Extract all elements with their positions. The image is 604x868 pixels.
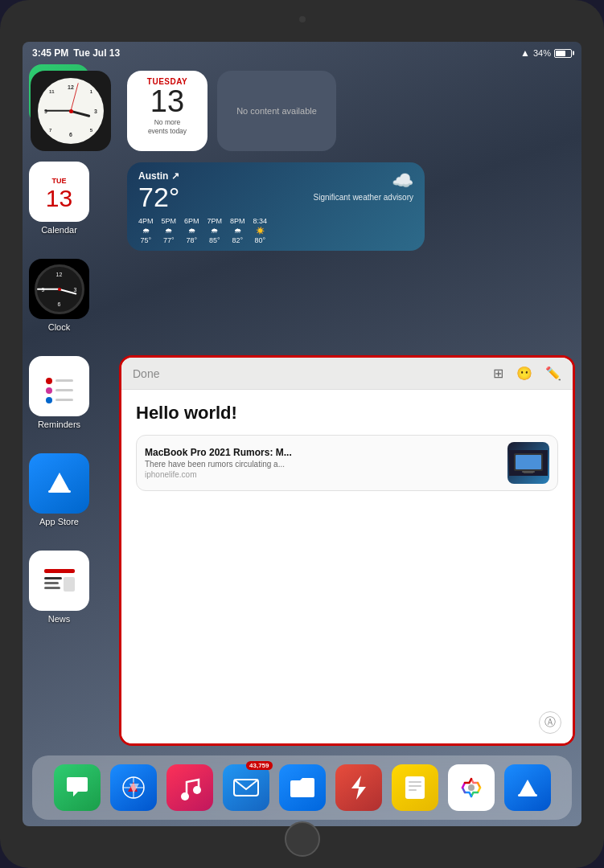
photo-widget-label: No content available	[236, 106, 317, 116]
calendar-date: 13	[46, 186, 72, 211]
calendar-icon[interactable]: TUE 13	[29, 162, 89, 222]
app-calendar-wrapper: TUE 13 Calendar	[29, 162, 89, 235]
note-link-title: MacBook Pro 2021 Rumors: M...	[145, 447, 499, 458]
svg-rect-11	[44, 582, 59, 584]
weather-forecast: 4PM🌧75° 5PM🌧77° 6PM🌧78° 7PM🌧85° 8PM🌧82°	[138, 217, 413, 244]
svg-point-24	[181, 792, 189, 800]
battery-fill	[556, 51, 565, 56]
svg-rect-7	[55, 399, 73, 401]
appstore-label: App Store	[39, 517, 79, 526]
note-grid-icon[interactable]: ⊞	[493, 366, 503, 381]
app-news-wrapper: News	[29, 551, 89, 624]
svg-point-32	[468, 784, 475, 791]
status-date: Tue Jul 13	[73, 47, 120, 59]
dock-appstore[interactable]	[504, 764, 551, 811]
dock-files[interactable]	[279, 764, 326, 811]
svg-rect-33	[518, 794, 537, 796]
svg-rect-17	[522, 471, 535, 473]
weather-cloud-icon: ☁️	[313, 170, 413, 191]
battery-icon	[554, 49, 572, 58]
weather-desc: Significant weather advisory	[313, 193, 413, 202]
note-compose-icon[interactable]: Ⓐ	[539, 711, 561, 734]
svg-marker-27	[351, 776, 366, 800]
svg-rect-30	[409, 785, 421, 787]
ipad-frame: 3:45 PM Tue Jul 13 ▲ 34%	[0, 0, 604, 868]
battery-percent: 34%	[533, 48, 551, 58]
weather-4pm: 4PM🌧75°	[138, 217, 154, 244]
svg-point-2	[46, 378, 52, 384]
weather-6pm: 6PM🌧78°	[184, 217, 199, 244]
weather-location: Austin ↗	[138, 170, 179, 182]
note-emoji-icon[interactable]: 😶	[516, 366, 532, 381]
status-bar: 3:45 PM Tue Jul 13 ▲ 34%	[23, 42, 581, 64]
svg-rect-8	[48, 490, 71, 493]
status-right: ▲ 34%	[520, 47, 572, 59]
clock-icon[interactable]: 12 6 9 3	[29, 259, 89, 319]
note-title: Hello world!	[136, 403, 558, 424]
svg-point-6	[46, 397, 52, 403]
svg-point-25	[193, 786, 201, 794]
dock-notes[interactable]	[392, 764, 438, 811]
app-appstore-wrapper: App Store	[29, 453, 89, 526]
svg-rect-9	[44, 569, 75, 573]
clock-label: Clock	[48, 322, 71, 332]
calendar-label: Calendar	[41, 225, 77, 235]
svg-rect-28	[405, 776, 425, 799]
note-link-card[interactable]: MacBook Pro 2021 Rumors: M... There have…	[136, 435, 558, 491]
app-clock-wrapper: 12 6 9 3 Clock	[29, 259, 89, 332]
weather-8pm: 8PM🌧82°	[230, 217, 245, 244]
reminders-icon[interactable]	[29, 356, 89, 416]
weather-5pm: 5PM🌧77°	[162, 217, 177, 244]
mail-badge: 43,759	[246, 761, 272, 770]
dock-music[interactable]	[166, 764, 213, 811]
note-content: Hello world! MacBook Pro 2021 Rumors: M.…	[121, 390, 573, 743]
note-link-thumbnail	[507, 442, 549, 484]
photo-widget: No content available	[217, 71, 336, 151]
dock: 43,759	[32, 755, 572, 820]
dock-photos[interactable]	[448, 764, 495, 811]
weather-widget: Austin ↗ 72° ☁️ Significant weather advi…	[127, 162, 425, 251]
svg-rect-3	[55, 379, 73, 382]
note-link-info: MacBook Pro 2021 Rumors: M... There have…	[145, 447, 499, 479]
note-link-desc: There have been rumors circulating a...	[145, 460, 499, 469]
svg-point-4	[46, 387, 52, 394]
note-toolbar: Done ⊞ 😶 ✏️	[121, 358, 573, 390]
note-toolbar-icons: ⊞ 😶 ✏️	[493, 366, 561, 381]
weather-834: 8:34☀️80°	[253, 217, 268, 244]
dock-messages[interactable]	[54, 764, 101, 811]
svg-rect-5	[55, 389, 73, 391]
svg-rect-16	[516, 455, 541, 469]
home-button[interactable]	[285, 821, 320, 857]
svg-rect-18	[524, 473, 533, 473]
dock-mail[interactable]: 43,759	[223, 764, 269, 811]
calendar-mini-events: No moreevents today	[148, 118, 187, 136]
status-time: 3:45 PM	[32, 47, 68, 59]
screen: 3:45 PM Tue Jul 13 ▲ 34%	[23, 42, 581, 826]
svg-rect-13	[64, 577, 75, 592]
calendar-mini-widget: TUESDAY 13 No moreevents today	[127, 71, 207, 151]
weather-temp: 72°	[138, 183, 179, 211]
camera	[299, 16, 306, 23]
appstore-icon[interactable]	[29, 453, 89, 514]
dock-spark[interactable]	[335, 764, 382, 811]
clock-widget: 12 6 9 3 1 11 5 7	[31, 71, 111, 151]
app-reminders-wrapper: Reminders	[29, 356, 89, 429]
note-widget[interactable]: Done ⊞ 😶 ✏️ Hello world! MacBook Pro 2	[119, 355, 575, 746]
svg-rect-10	[44, 577, 62, 579]
note-edit-icon[interactable]: ✏️	[545, 366, 561, 381]
note-done-button[interactable]: Done	[133, 367, 159, 380]
news-label: News	[48, 614, 71, 624]
dock-safari[interactable]	[110, 764, 157, 811]
svg-rect-12	[44, 587, 60, 589]
svg-rect-29	[409, 781, 421, 783]
svg-rect-31	[409, 789, 417, 791]
news-icon[interactable]	[29, 551, 89, 611]
wifi-icon: ▲	[520, 47, 530, 59]
note-link-url: iphonelife.com	[145, 470, 499, 479]
calendar-mini-date: 13	[150, 86, 184, 117]
reminders-label: Reminders	[38, 420, 80, 429]
weather-7pm: 7PM🌧85°	[207, 217, 223, 244]
